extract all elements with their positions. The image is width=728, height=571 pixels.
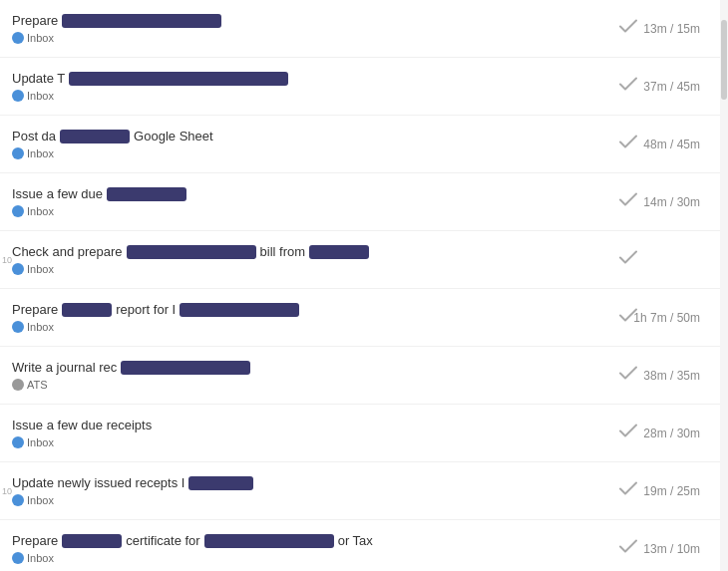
inbox-tag: Inbox xyxy=(12,147,575,159)
inbox-dot xyxy=(12,379,24,391)
redacted-content xyxy=(188,476,253,490)
check-icon[interactable] xyxy=(618,134,638,154)
redacted-content-2 xyxy=(204,534,334,548)
scrollbar-track[interactable] xyxy=(720,0,728,571)
task-title: Issue a few due xyxy=(12,186,575,201)
inbox-tag: Inbox xyxy=(12,552,575,564)
side-number: 10 xyxy=(0,255,14,265)
inbox-label: Inbox xyxy=(27,32,54,44)
inbox-label: Inbox xyxy=(27,494,54,506)
title-middle-text: report for I xyxy=(116,302,176,317)
task-title: Update newly issued recepts I xyxy=(12,475,575,490)
redacted-content xyxy=(121,361,250,375)
task-title: Update T xyxy=(12,71,575,86)
task-row[interactable]: 10Update newly issued recepts IInbox 19m… xyxy=(0,462,728,520)
inbox-dot xyxy=(12,90,24,102)
task-title: Preparecertificate foror Tax xyxy=(12,533,575,548)
task-title: Post daGoogle Sheet xyxy=(12,129,575,143)
side-number: 10 xyxy=(0,486,14,496)
check-icon[interactable] xyxy=(618,249,638,270)
inbox-label: Inbox xyxy=(27,205,54,217)
redacted-content xyxy=(127,245,256,259)
inbox-tag: Inbox xyxy=(12,321,575,333)
check-icon[interactable] xyxy=(618,76,638,97)
task-content: Issue a few dueInbox xyxy=(12,186,615,217)
title-text: Issue a few due xyxy=(12,186,103,201)
task-row[interactable]: Update TInbox 37m / 45m xyxy=(0,58,728,116)
redacted-content xyxy=(62,303,112,317)
redacted-content xyxy=(60,130,130,143)
check-icon[interactable] xyxy=(618,365,638,386)
inbox-dot xyxy=(12,263,24,275)
task-title: Prepare xyxy=(12,13,575,28)
task-title: Write a journal rec xyxy=(12,360,575,375)
inbox-tag: ATS xyxy=(12,379,575,391)
task-content: Post daGoogle SheetInbox xyxy=(12,129,615,159)
title-text: Update newly issued recepts I xyxy=(12,475,184,490)
title-suffix-text: or Tax xyxy=(338,533,373,548)
task-content: Update TInbox xyxy=(12,71,615,102)
task-row[interactable]: 10Check and preparebill fromInbox xyxy=(0,231,728,289)
task-content: Check and preparebill fromInbox xyxy=(12,244,615,275)
title-text: Prepare xyxy=(12,533,58,548)
task-content: PrepareInbox xyxy=(12,13,615,44)
task-row[interactable]: PrepareInbox 13m / 15m xyxy=(0,0,728,58)
title-text: Issue a few due receipts xyxy=(12,418,152,432)
task-title: Issue a few due receipts xyxy=(12,418,575,432)
inbox-dot xyxy=(12,552,24,564)
task-title: Check and preparebill from xyxy=(12,244,575,259)
inbox-tag: Inbox xyxy=(12,263,575,275)
task-content: Preparereport for IInbox xyxy=(12,302,615,333)
task-row[interactable]: Issue a few dueInbox 14m / 30m xyxy=(0,173,728,231)
inbox-label: Inbox xyxy=(27,263,54,275)
task-list: PrepareInbox 13m / 15mUpdate TInbox 37m … xyxy=(0,0,728,571)
check-icon[interactable] xyxy=(618,480,638,501)
inbox-tag: Inbox xyxy=(12,436,575,448)
title-middle-text: bill from xyxy=(260,244,306,259)
inbox-label: Inbox xyxy=(27,321,54,333)
inbox-dot xyxy=(12,494,24,506)
inbox-label: Inbox xyxy=(27,436,54,448)
check-icon[interactable] xyxy=(618,538,638,559)
title-text: Prepare xyxy=(12,302,58,317)
title-text: Post da xyxy=(12,129,56,143)
check-icon[interactable] xyxy=(618,307,638,328)
inbox-tag: Inbox xyxy=(12,494,575,506)
inbox-dot xyxy=(12,32,24,44)
inbox-dot xyxy=(12,321,24,333)
inbox-label: ATS xyxy=(27,379,48,391)
task-row[interactable]: Issue a few due receiptsInbox 28m / 30m xyxy=(0,405,728,462)
inbox-dot xyxy=(12,205,24,217)
task-content: Preparecertificate foror TaxInbox xyxy=(12,533,615,564)
inbox-label: Inbox xyxy=(27,90,54,102)
inbox-dot xyxy=(12,147,24,159)
title-text: Prepare xyxy=(12,13,58,28)
task-content: Write a journal recATS xyxy=(12,360,615,391)
check-icon[interactable] xyxy=(618,423,638,443)
task-row[interactable]: Post daGoogle SheetInbox 48m / 45m xyxy=(0,116,728,173)
redacted-content xyxy=(62,14,221,28)
task-row[interactable]: Preparereport for IInbox 1h 7m / 50m xyxy=(0,289,728,347)
inbox-tag: Inbox xyxy=(12,32,575,44)
inbox-tag: Inbox xyxy=(12,90,575,102)
inbox-label: Inbox xyxy=(27,552,54,564)
task-content: Update newly issued recepts IInbox xyxy=(12,475,615,506)
title-text: Update T xyxy=(12,71,65,86)
redacted-content xyxy=(107,187,186,201)
task-title: Preparereport for I xyxy=(12,302,575,317)
redacted-content-2 xyxy=(309,245,369,259)
title-text: Write a journal rec xyxy=(12,360,117,375)
inbox-tag: Inbox xyxy=(12,205,575,217)
redacted-content xyxy=(62,534,122,548)
redacted-content xyxy=(69,72,288,86)
title-suffix-text: Google Sheet xyxy=(134,129,213,143)
title-text: Check and prepare xyxy=(12,244,123,259)
task-row[interactable]: Preparecertificate foror TaxInbox 13m / … xyxy=(0,520,728,571)
task-content: Issue a few due receiptsInbox xyxy=(12,418,615,448)
inbox-dot xyxy=(12,436,24,448)
task-row[interactable]: Write a journal recATS 38m / 35m xyxy=(0,347,728,405)
scrollbar-thumb[interactable] xyxy=(721,20,727,100)
check-icon[interactable] xyxy=(618,18,638,39)
title-middle-text: certificate for xyxy=(126,533,199,548)
check-icon[interactable] xyxy=(618,191,638,212)
